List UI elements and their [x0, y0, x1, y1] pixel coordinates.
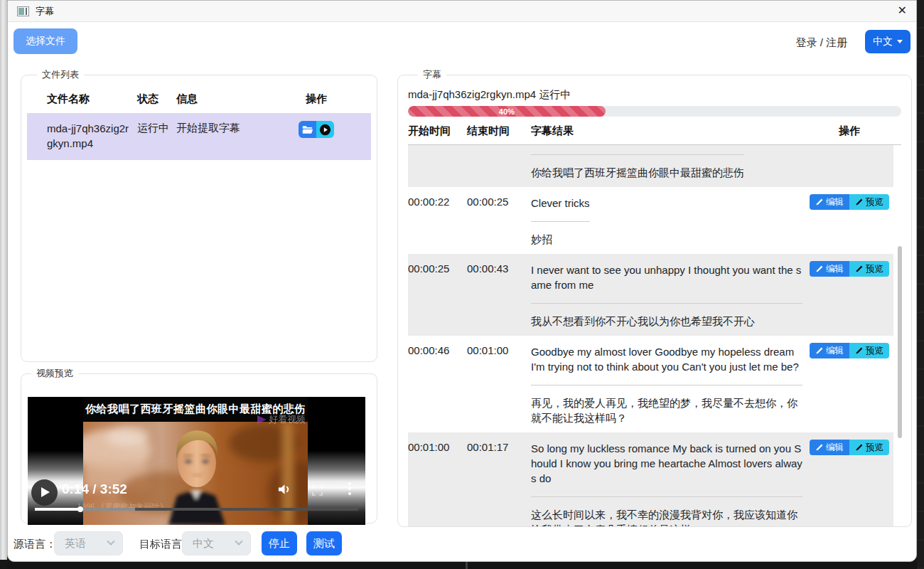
- edit-button-label: 编辑: [826, 196, 844, 208]
- subtitle-end-time: [467, 154, 531, 180]
- stop-button[interactable]: 停止: [262, 531, 297, 555]
- subtitle-row-actions: 编辑预览: [810, 261, 889, 277]
- pencil-icon: [855, 444, 863, 452]
- scrollbar-thumb[interactable]: [898, 246, 902, 438]
- subtitle-text-cell: So long my luckless romance My back is t…: [531, 441, 802, 526]
- subtitle-divider: [531, 303, 802, 304]
- subtitle-text-cell: Goodbye my almost lover Goodbye my hopel…: [531, 344, 802, 425]
- subtitle-rows: 你给我唱了西班牙摇篮曲你眼中最甜蜜的悲伤00:00:2200:00:25Clev…: [408, 145, 893, 526]
- edit-button-label: 编辑: [826, 442, 844, 454]
- player-play-button[interactable]: [31, 479, 58, 506]
- edit-button[interactable]: 编辑: [810, 194, 849, 210]
- edit-button[interactable]: 编辑: [810, 261, 849, 277]
- file-status: 运行中: [137, 121, 176, 151]
- subtitle-start-time: 00:00:22: [408, 196, 467, 247]
- preview-button-label: 预览: [866, 345, 883, 357]
- preview-button[interactable]: 预览: [849, 194, 889, 210]
- edit-button[interactable]: 编辑: [810, 440, 849, 455]
- player-progress-knob[interactable]: [77, 506, 83, 512]
- window-title: 字幕: [36, 5, 54, 18]
- header-start-time: 开始时间: [408, 124, 467, 138]
- play-circle-icon: [319, 124, 331, 136]
- chevron-down-icon: [897, 40, 903, 43]
- pencil-icon: [855, 198, 863, 206]
- subtitle-start-time: [408, 154, 467, 180]
- subtitle-end-time: 00:01:17: [467, 441, 531, 526]
- file-row[interactable]: mda-jj7qh36zig2rgkyn.mp4 运行中 开始提取字幕: [27, 113, 371, 160]
- file-info: 开始提取字幕: [176, 121, 306, 151]
- preview-button[interactable]: 预览: [849, 343, 889, 358]
- subtitle-divider: [531, 496, 802, 497]
- source-language-label: 源语言：: [14, 538, 56, 551]
- test-button[interactable]: 测试: [306, 531, 342, 555]
- subtitle-divider: [531, 154, 744, 155]
- subtitle-text-cell: Clever tricks妙招: [531, 196, 802, 247]
- edit-button-label: 编辑: [826, 263, 844, 275]
- toolbar: 选择文件 登录 / 注册 中文: [8, 22, 916, 59]
- target-language-select[interactable]: 中文: [182, 531, 251, 555]
- subtitle-english-text: I never want to see you unhappy I though…: [531, 262, 802, 292]
- app-window: 字幕 ✕ 选择文件 登录 / 注册 中文 文件列表 文件名称 状态 信息 操作 …: [7, 0, 917, 562]
- subtitle-english-text: Clever tricks: [531, 196, 590, 211]
- video-preview-panel: 视频预览 你给我唱了西班牙摇篮曲你眼中最甜蜜的悲伤: [21, 367, 377, 523]
- file-name: mda-jj7qh36zig2rgkyn.mp4: [47, 121, 137, 151]
- subtitle-chinese-text: 妙招: [531, 232, 590, 247]
- subtitle-text-cell: I never want to see you unhappy I though…: [531, 262, 802, 329]
- language-dropdown-button[interactable]: 中文: [865, 30, 910, 53]
- pencil-icon: [815, 265, 823, 273]
- watermark-text: 好看视频: [269, 413, 306, 426]
- open-folder-button[interactable]: [299, 121, 316, 138]
- subtitle-table-header: 开始时间 结束时间 字幕结果 操作: [408, 124, 901, 145]
- file-header-status: 状态: [137, 92, 176, 106]
- extraction-progress-bar: 40%: [408, 106, 901, 117]
- play-video-button[interactable]: [316, 121, 334, 138]
- pencil-icon: [815, 198, 823, 206]
- subtitle-text-cell: 你给我唱了西班牙摇篮曲你眼中最甜蜜的悲伤: [531, 154, 802, 180]
- pencil-icon: [855, 347, 863, 355]
- login-register-link[interactable]: 登录 / 注册: [795, 36, 847, 50]
- subtitle-end-time: 00:01:00: [467, 344, 531, 425]
- subtitles-legend: 字幕: [418, 68, 446, 81]
- language-dropdown-label: 中文: [873, 36, 893, 48]
- edit-button-label: 编辑: [826, 345, 844, 357]
- app-icon: [17, 6, 29, 16]
- volume-icon[interactable]: [277, 483, 292, 498]
- file-header-name: 文件名称: [47, 92, 137, 106]
- footer-bar: 源语言： 英语 目标语言： 中文 停止 测试: [8, 531, 916, 557]
- extraction-progress-label: 40%: [499, 107, 515, 116]
- source-language-select[interactable]: 英语: [54, 531, 123, 555]
- file-action-buttons: [299, 121, 371, 138]
- fullscreen-icon[interactable]: [312, 485, 323, 498]
- pencil-icon: [815, 444, 823, 452]
- subtitle-chinese-text: 这么长时间以来，我不幸的浪漫我背对你，我应该知道你给我带来了心痛几乎情侣总是这样: [531, 507, 802, 526]
- subtitles-panel: 字幕 mda-jj7qh36zig2rgkyn.mp4 运行中 40% 开始时间…: [397, 68, 912, 527]
- subtitle-row: 00:01:0000:01:17So long my luckless roma…: [408, 432, 893, 526]
- preview-button[interactable]: 预览: [849, 440, 889, 455]
- close-icon[interactable]: ✕: [898, 3, 907, 18]
- subtitle-chinese-text: 我从不想看到你不开心我以为你也希望我不开心: [531, 314, 802, 329]
- edit-button[interactable]: 编辑: [810, 343, 849, 358]
- folder-icon: [302, 125, 313, 134]
- subtitle-divider: [531, 221, 590, 222]
- subtitle-start-time: 00:01:00: [408, 441, 467, 526]
- subtitle-english-text: So long my luckless romance My back is t…: [531, 441, 802, 486]
- player-progress-played: [35, 508, 80, 511]
- subtitle-end-time: 00:00:25: [467, 196, 531, 247]
- preview-button-label: 预览: [866, 263, 883, 275]
- subtitle-english-text: Goodbye my almost lover Goodbye my hopel…: [531, 344, 802, 374]
- subtitle-row-actions: 编辑预览: [810, 194, 889, 210]
- watermark: 好看视频: [257, 413, 306, 426]
- video-player[interactable]: 你给我唱了西班牙摇篮曲你眼中最甜蜜的悲伤: [28, 397, 365, 525]
- file-actions: [306, 121, 371, 151]
- screen: 字幕 ✕ 选择文件 登录 / 注册 中文 文件列表 文件名称 状态 信息 操作 …: [0, 0, 924, 569]
- subtitle-end-time: 00:00:43: [467, 262, 531, 329]
- subtitle-row: 00:00:4600:01:00Goodbye my almost lover …: [408, 336, 893, 432]
- source-language-value: 英语: [65, 537, 86, 551]
- player-progress-bar[interactable]: [35, 508, 358, 511]
- more-options-icon[interactable]: [348, 482, 351, 497]
- subtitle-row: 00:00:2500:00:43I never want to see you …: [408, 254, 893, 336]
- preview-button[interactable]: 预览: [849, 261, 889, 277]
- select-file-button[interactable]: 选择文件: [14, 28, 77, 54]
- subtitle-start-time: 00:00:25: [408, 262, 467, 329]
- background-seam: [466, 562, 468, 569]
